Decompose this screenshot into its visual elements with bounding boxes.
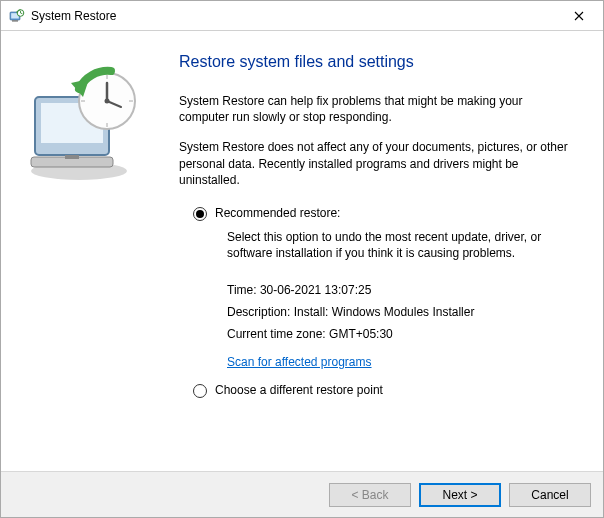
restore-options: Recommended restore: Select this option … xyxy=(179,206,575,398)
next-button[interactable]: Next > xyxy=(419,483,501,507)
wizard-content: Restore system files and settings System… xyxy=(1,31,603,471)
different-restore-point-label: Choose a different restore point xyxy=(215,383,383,397)
page-heading: Restore system files and settings xyxy=(179,53,575,71)
window-title: System Restore xyxy=(31,9,557,23)
scan-affected-programs-link[interactable]: Scan for affected programs xyxy=(227,355,372,369)
recommended-restore-description: Select this option to undo the most rece… xyxy=(227,229,575,261)
restore-point-details: Time: 30-06-2021 13:07:25 Description: I… xyxy=(227,283,575,369)
recommended-restore-radio[interactable]: Recommended restore: xyxy=(179,206,575,221)
radio-icon xyxy=(193,384,207,398)
restore-description: Description: Install: Windows Modules In… xyxy=(227,305,575,319)
titlebar: System Restore xyxy=(1,1,603,31)
wizard-footer: < Back Next > Cancel xyxy=(1,471,603,517)
cancel-button[interactable]: Cancel xyxy=(509,483,591,507)
side-panel xyxy=(1,31,161,471)
svg-rect-9 xyxy=(65,155,79,159)
recommended-restore-label: Recommended restore: xyxy=(215,206,340,220)
different-restore-point-radio[interactable]: Choose a different restore point xyxy=(179,383,575,398)
radio-icon xyxy=(193,207,207,221)
system-restore-icon xyxy=(9,8,25,24)
restore-illustration xyxy=(21,61,151,191)
close-button[interactable] xyxy=(557,2,601,30)
intro-paragraph-2: System Restore does not affect any of yo… xyxy=(179,139,575,188)
intro-paragraph-1: System Restore can help fix problems tha… xyxy=(179,93,575,125)
restore-timezone: Current time zone: GMT+05:30 xyxy=(227,327,575,341)
restore-time: Time: 30-06-2021 13:07:25 xyxy=(227,283,575,297)
back-button: < Back xyxy=(329,483,411,507)
svg-rect-2 xyxy=(12,20,18,21)
main-panel: Restore system files and settings System… xyxy=(161,31,603,471)
